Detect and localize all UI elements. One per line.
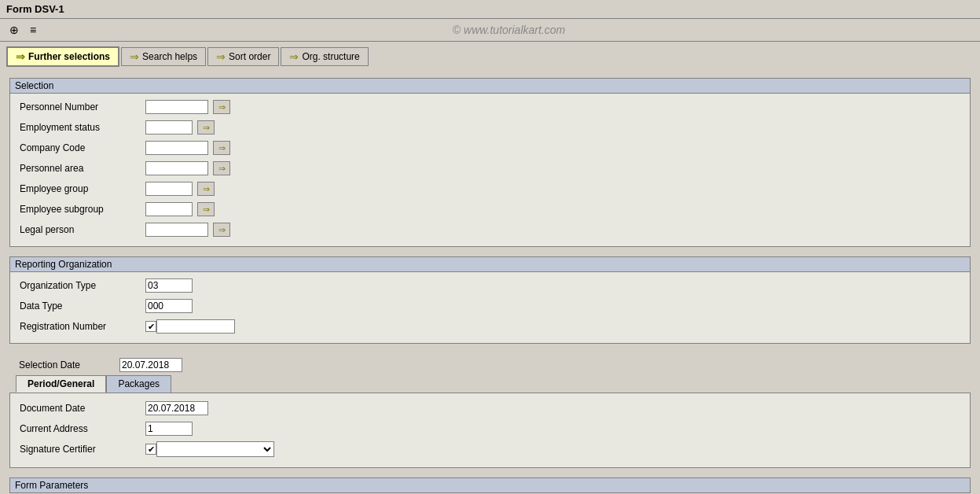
tab-sort-order-label: Sort order xyxy=(229,51,270,62)
legal-person-arrow-btn[interactable]: ⇒ xyxy=(213,223,230,237)
toolbar: ⊕ ≡ © www.tutorialkart.com xyxy=(0,19,980,42)
org-type-label: Organization Type xyxy=(20,280,145,291)
current-address-row: Current Address xyxy=(20,420,960,437)
personnel-area-input[interactable] xyxy=(145,161,208,175)
tab-arrow-icon: ⇒ xyxy=(16,50,25,63)
personnel-area-label: Personnel area xyxy=(20,163,145,174)
employee-group-row: Employee group ⇒ xyxy=(20,180,960,197)
employment-status-label: Employment status xyxy=(20,122,145,133)
main-tabs-bar: ⇒ Further selections ⇒ Search helps ⇒ So… xyxy=(0,42,980,72)
employee-subgroup-label: Employee subgroup xyxy=(20,204,145,215)
data-type-label: Data Type xyxy=(20,300,145,312)
registration-number-row: Registration Number ✔ xyxy=(20,318,960,335)
company-code-label: Company Code xyxy=(20,142,145,153)
form-params-title: Form Parameters xyxy=(10,478,970,492)
tab-sort-order[interactable]: ⇒ Sort order xyxy=(207,47,279,66)
tab-packages[interactable]: Packages xyxy=(106,375,171,393)
legal-person-row: Legal person ⇒ xyxy=(20,221,960,238)
employment-status-arrow-btn[interactable]: ⇒ xyxy=(197,120,215,135)
form-params-section: Form Parameters xyxy=(9,477,971,493)
document-date-row: Document Date xyxy=(20,400,960,417)
selection-date-row: Selection Date xyxy=(9,353,971,375)
org-type-row: Organization Type xyxy=(20,277,960,294)
signature-certifier-select[interactable] xyxy=(156,441,274,457)
personnel-area-arrow-btn[interactable]: ⇒ xyxy=(213,161,230,175)
selection-date-label: Selection Date xyxy=(19,359,113,370)
legal-person-input[interactable] xyxy=(145,223,208,237)
period-general-content: Document Date Current Address Signature … xyxy=(9,393,971,468)
signature-certifier-checkbox[interactable]: ✔ xyxy=(145,444,156,455)
employee-group-arrow-btn[interactable]: ⇒ xyxy=(197,182,215,196)
reporting-org-title: Reporting Organization xyxy=(10,257,970,272)
current-address-input[interactable] xyxy=(145,422,193,436)
selection-section-body: Personnel Number ⇒ Employment status ⇒ C… xyxy=(10,94,970,246)
reporting-org-section: Reporting Organization Organization Type… xyxy=(9,256,971,344)
personnel-number-input[interactable] xyxy=(145,100,208,114)
current-address-label: Current Address xyxy=(20,423,145,434)
tab-period-general-label: Period/General xyxy=(28,378,94,389)
registration-checkbox[interactable]: ✔ xyxy=(145,321,156,332)
registration-number-input[interactable] xyxy=(156,319,235,334)
company-code-row: Company Code ⇒ xyxy=(20,139,960,157)
title-bar: Form DSV-1 xyxy=(0,0,980,19)
selection-section: Selection Personnel Number ⇒ Employment … xyxy=(9,78,971,247)
employee-subgroup-arrow-btn[interactable]: ⇒ xyxy=(197,202,215,216)
app-title: Form DSV-1 xyxy=(6,3,64,15)
watermark: © www.tutorialkart.com xyxy=(44,24,974,36)
tab-search-helps-label: Search helps xyxy=(142,51,197,62)
signature-certifier-row: Signature Certifier ✔ xyxy=(20,441,960,458)
org-type-input[interactable] xyxy=(145,278,193,293)
data-type-row: Data Type xyxy=(20,297,960,315)
registration-number-label: Registration Number xyxy=(20,321,145,332)
toolbar-icon-2[interactable]: ≡ xyxy=(25,22,41,38)
employee-subgroup-input[interactable] xyxy=(145,202,193,216)
tab-packages-label: Packages xyxy=(118,378,160,389)
tab-arrow-icon-2: ⇒ xyxy=(130,50,139,63)
employee-subgroup-row: Employee subgroup ⇒ xyxy=(20,201,960,218)
personnel-number-row: Personnel Number ⇒ xyxy=(20,98,960,116)
company-code-arrow-btn[interactable]: ⇒ xyxy=(213,141,230,155)
company-code-input[interactable] xyxy=(145,141,208,155)
employment-status-row: Employment status ⇒ xyxy=(20,119,960,136)
tab-arrow-icon-4: ⇒ xyxy=(289,50,299,63)
tab-org-structure-label: Org. structure xyxy=(302,51,359,62)
tab-arrow-icon-3: ⇒ xyxy=(216,50,226,63)
document-date-input[interactable] xyxy=(145,401,208,415)
tab-period-general[interactable]: Period/General xyxy=(16,375,106,393)
inner-tabs-section: Period/General Packages Document Date Cu… xyxy=(9,375,971,468)
employee-group-input[interactable] xyxy=(145,182,193,196)
selection-section-title: Selection xyxy=(10,79,970,94)
data-type-input[interactable] xyxy=(145,299,193,313)
employee-group-label: Employee group xyxy=(20,183,145,194)
personnel-area-row: Personnel area ⇒ xyxy=(20,160,960,177)
tab-org-structure[interactable]: ⇒ Org. structure xyxy=(281,47,368,66)
personnel-number-arrow-btn[interactable]: ⇒ xyxy=(213,100,230,114)
employment-status-input[interactable] xyxy=(145,120,193,135)
personnel-number-label: Personnel Number xyxy=(20,101,145,112)
signature-certifier-label: Signature Certifier xyxy=(20,444,145,455)
tab-search-helps[interactable]: ⇒ Search helps xyxy=(121,47,206,66)
main-content: Selection Personnel Number ⇒ Employment … xyxy=(0,72,980,494)
document-date-label: Document Date xyxy=(20,403,145,414)
legal-person-label: Legal person xyxy=(20,224,145,235)
inner-tabs-bar: Period/General Packages xyxy=(16,375,971,393)
selection-date-input[interactable] xyxy=(119,358,182,372)
toolbar-icon-1[interactable]: ⊕ xyxy=(6,22,22,38)
tab-further-selections-label: Further selections xyxy=(28,51,110,62)
tab-further-selections[interactable]: ⇒ Further selections xyxy=(6,46,119,67)
reporting-org-body: Organization Type Data Type Registration… xyxy=(10,272,970,343)
